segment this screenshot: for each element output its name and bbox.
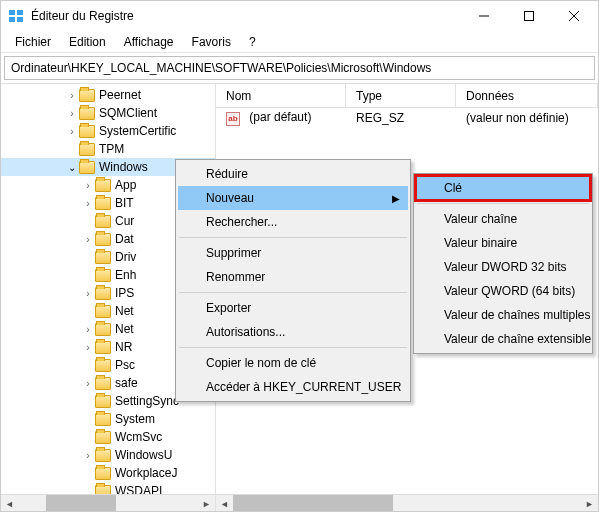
ctx-separator	[417, 203, 589, 204]
menu-edit[interactable]: Edition	[61, 33, 114, 51]
list-horizontal-scrollbar[interactable]: ◄ ►	[216, 494, 598, 511]
tree-item-label: SettingSync	[115, 394, 179, 408]
chevron-icon[interactable]: ›	[81, 378, 95, 389]
tree-item-systemcertific[interactable]: ›SystemCertific	[1, 122, 215, 140]
ctx-export[interactable]: Exporter	[178, 296, 408, 320]
folder-icon	[95, 179, 111, 192]
tree-item-peernet[interactable]: ›Peernet	[1, 86, 215, 104]
window-controls	[461, 2, 596, 30]
sub-new-dword[interactable]: Valeur DWORD 32 bits	[416, 255, 590, 279]
svg-rect-2	[9, 17, 15, 22]
sub-new-string[interactable]: Valeur chaîne	[416, 207, 590, 231]
folder-icon	[95, 377, 111, 390]
tree-item-label: App	[115, 178, 136, 192]
sub-new-binary[interactable]: Valeur binaire	[416, 231, 590, 255]
chevron-icon[interactable]: ›	[81, 342, 95, 353]
chevron-icon[interactable]: ›	[81, 180, 95, 191]
menubar: Fichier Edition Affichage Favoris ?	[1, 31, 598, 53]
folder-icon	[95, 359, 111, 372]
maximize-button[interactable]	[506, 2, 551, 30]
address-bar[interactable]: Ordinateur\HKEY_LOCAL_MACHINE\SOFTWARE\P…	[4, 56, 595, 80]
tree-item-label: WcmSvc	[115, 430, 162, 444]
tree-item-label: Driv	[115, 250, 136, 264]
scroll-left-button[interactable]: ◄	[1, 495, 18, 511]
value-type-cell: REG_SZ	[346, 111, 456, 125]
tree-item-label: IPS	[115, 286, 134, 300]
tree-item-label: TPM	[99, 142, 124, 156]
chevron-icon[interactable]: ›	[81, 288, 95, 299]
folder-icon	[95, 233, 111, 246]
sub-new-key[interactable]: Clé	[416, 176, 590, 200]
folder-icon	[95, 413, 111, 426]
folder-icon	[95, 431, 111, 444]
ctx-separator	[179, 237, 407, 238]
chevron-icon[interactable]: ›	[81, 198, 95, 209]
value-data-cell: (valeur non définie)	[456, 111, 598, 125]
tree-item-label: Peernet	[99, 88, 141, 102]
scroll-right-button[interactable]: ►	[198, 495, 215, 511]
list-row[interactable]: ab (par défaut) REG_SZ (valeur non défin…	[216, 108, 598, 128]
ctx-rename[interactable]: Renommer	[178, 265, 408, 289]
folder-icon	[95, 287, 111, 300]
regedit-icon	[9, 8, 25, 24]
menu-view[interactable]: Affichage	[116, 33, 182, 51]
tree-item-label: SystemCertific	[99, 124, 176, 138]
tree-item-label: Windows	[99, 160, 148, 174]
chevron-icon[interactable]: ›	[81, 324, 95, 335]
tree-item-system[interactable]: System	[1, 410, 215, 428]
minimize-button[interactable]	[461, 2, 506, 30]
ctx-new-label: Nouveau	[206, 191, 254, 205]
sub-new-multistring[interactable]: Valeur de chaînes multiples	[416, 303, 590, 327]
folder-icon	[95, 269, 111, 282]
chevron-icon[interactable]: ›	[81, 234, 95, 245]
ctx-new[interactable]: Nouveau ▶	[178, 186, 408, 210]
folder-icon	[79, 89, 95, 102]
svg-rect-1	[17, 10, 23, 15]
tree-item-label: Cur	[115, 214, 134, 228]
tree-item-label: SQMClient	[99, 106, 157, 120]
sub-new-expandstring[interactable]: Valeur de chaîne extensible	[416, 327, 590, 351]
tree-item-label: WindowsU	[115, 448, 172, 462]
ctx-separator	[179, 292, 407, 293]
tree-item-label: System	[115, 412, 155, 426]
chevron-icon[interactable]: ⌄	[65, 162, 79, 173]
svg-rect-0	[9, 10, 15, 15]
tree-item-windowsu[interactable]: ›WindowsU	[1, 446, 215, 464]
ctx-permissions[interactable]: Autorisations...	[178, 320, 408, 344]
close-button[interactable]	[551, 2, 596, 30]
column-header-data[interactable]: Données	[456, 84, 598, 107]
chevron-icon[interactable]: ›	[65, 90, 79, 101]
chevron-icon[interactable]: ›	[81, 450, 95, 461]
folder-icon	[95, 449, 111, 462]
ctx-goto-hkcu[interactable]: Accéder à HKEY_CURRENT_USER	[178, 375, 408, 399]
svg-rect-5	[524, 12, 533, 21]
menu-help[interactable]: ?	[241, 33, 264, 51]
tree-item-workplacej[interactable]: WorkplaceJ	[1, 464, 215, 482]
ctx-copy-key-name[interactable]: Copier le nom de clé	[178, 351, 408, 375]
scroll-left-button[interactable]: ◄	[216, 495, 233, 511]
value-name: (par défaut)	[249, 110, 311, 124]
tree-item-label: WorkplaceJ	[115, 466, 177, 480]
column-header-name[interactable]: Nom	[216, 84, 346, 107]
ctx-collapse[interactable]: Réduire	[178, 162, 408, 186]
folder-icon	[95, 305, 111, 318]
tree-item-tpm[interactable]: TPM	[1, 140, 215, 158]
folder-icon	[95, 467, 111, 480]
tree-item-wcmsvc[interactable]: WcmSvc	[1, 428, 215, 446]
folder-icon	[95, 197, 111, 210]
column-header-type[interactable]: Type	[346, 84, 456, 107]
ctx-find[interactable]: Rechercher...	[178, 210, 408, 234]
chevron-icon[interactable]: ›	[65, 126, 79, 137]
menu-favorites[interactable]: Favoris	[184, 33, 239, 51]
context-menu: Réduire Nouveau ▶ Rechercher... Supprime…	[175, 159, 411, 402]
chevron-icon[interactable]: ›	[65, 108, 79, 119]
menu-file[interactable]: Fichier	[7, 33, 59, 51]
sub-new-qword[interactable]: Valeur QWORD (64 bits)	[416, 279, 590, 303]
tree-item-sqmclient[interactable]: ›SQMClient	[1, 104, 215, 122]
folder-icon	[95, 251, 111, 264]
tree-horizontal-scrollbar[interactable]: ◄ ►	[1, 494, 215, 511]
list-header: Nom Type Données	[216, 84, 598, 108]
scroll-right-button[interactable]: ►	[581, 495, 598, 511]
ctx-delete[interactable]: Supprimer	[178, 241, 408, 265]
submenu-arrow-icon: ▶	[392, 193, 400, 204]
